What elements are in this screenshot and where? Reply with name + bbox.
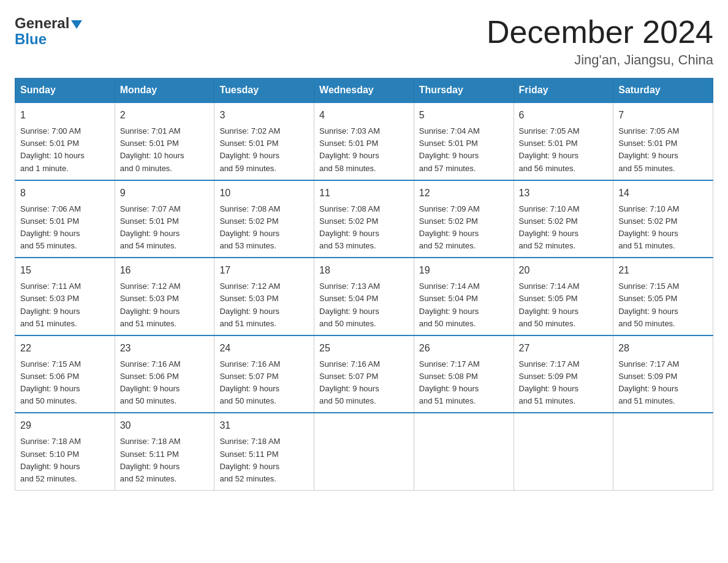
day-info: Sunrise: 7:15 AMSunset: 5:05 PMDaylight:… (618, 280, 708, 330)
calendar-cell: 9 Sunrise: 7:07 AMSunset: 5:01 PMDayligh… (115, 180, 214, 258)
calendar-cell: 10 Sunrise: 7:08 AMSunset: 5:02 PMDaylig… (214, 180, 314, 258)
day-number: 12 (419, 186, 509, 201)
logo-triangle-icon (71, 20, 82, 29)
day-number: 8 (20, 186, 110, 201)
day-number: 20 (519, 263, 609, 278)
calendar-cell (613, 413, 713, 490)
day-info: Sunrise: 7:08 AMSunset: 5:02 PMDaylight:… (219, 203, 309, 253)
day-number: 10 (219, 186, 309, 201)
day-number: 17 (219, 263, 309, 278)
day-info: Sunrise: 7:16 AMSunset: 5:07 PMDaylight:… (219, 358, 309, 408)
calendar-cell: 3 Sunrise: 7:02 AMSunset: 5:01 PMDayligh… (214, 102, 314, 180)
calendar-cell: 27 Sunrise: 7:17 AMSunset: 5:09 PMDaylig… (514, 335, 613, 413)
calendar-cell: 20 Sunrise: 7:14 AMSunset: 5:05 PMDaylig… (514, 258, 613, 335)
day-info: Sunrise: 7:05 AMSunset: 5:01 PMDaylight:… (618, 125, 708, 175)
day-number: 28 (618, 341, 708, 356)
calendar-cell: 31 Sunrise: 7:18 AMSunset: 5:11 PMDaylig… (214, 413, 314, 490)
calendar-cell: 21 Sunrise: 7:15 AMSunset: 5:05 PMDaylig… (613, 258, 713, 335)
day-info: Sunrise: 7:18 AMSunset: 5:11 PMDaylight:… (120, 435, 210, 485)
day-number: 6 (519, 108, 609, 123)
calendar-cell: 7 Sunrise: 7:05 AMSunset: 5:01 PMDayligh… (613, 102, 713, 180)
day-info: Sunrise: 7:18 AMSunset: 5:11 PMDaylight:… (219, 435, 309, 485)
calendar-cell: 1 Sunrise: 7:00 AMSunset: 5:01 PMDayligh… (15, 102, 115, 180)
calendar-cell: 6 Sunrise: 7:05 AMSunset: 5:01 PMDayligh… (514, 102, 613, 180)
calendar-cell: 18 Sunrise: 7:13 AMSunset: 5:04 PMDaylig… (314, 258, 414, 335)
day-info: Sunrise: 7:13 AMSunset: 5:04 PMDaylight:… (319, 280, 409, 330)
calendar-cell: 25 Sunrise: 7:16 AMSunset: 5:07 PMDaylig… (314, 335, 414, 413)
calendar-cell: 26 Sunrise: 7:17 AMSunset: 5:08 PMDaylig… (414, 335, 514, 413)
calendar-cell: 28 Sunrise: 7:17 AMSunset: 5:09 PMDaylig… (613, 335, 713, 413)
calendar-cell: 15 Sunrise: 7:11 AMSunset: 5:03 PMDaylig… (15, 258, 115, 335)
day-info: Sunrise: 7:09 AMSunset: 5:02 PMDaylight:… (419, 203, 509, 253)
week-row-1: 1 Sunrise: 7:00 AMSunset: 5:01 PMDayligh… (15, 102, 713, 180)
page-header: General Blue December 2024 Jing'an, Jian… (15, 15, 713, 68)
calendar-cell: 5 Sunrise: 7:04 AMSunset: 5:01 PMDayligh… (414, 102, 514, 180)
day-number: 14 (618, 186, 708, 201)
col-saturday: Saturday (613, 79, 713, 103)
day-number: 29 (20, 418, 110, 433)
day-info: Sunrise: 7:17 AMSunset: 5:08 PMDaylight:… (419, 358, 509, 408)
calendar-cell: 2 Sunrise: 7:01 AMSunset: 5:01 PMDayligh… (115, 102, 214, 180)
day-info: Sunrise: 7:10 AMSunset: 5:02 PMDaylight:… (618, 203, 708, 253)
week-row-2: 8 Sunrise: 7:06 AMSunset: 5:01 PMDayligh… (15, 180, 713, 258)
day-number: 18 (319, 263, 409, 278)
day-info: Sunrise: 7:02 AMSunset: 5:01 PMDaylight:… (219, 125, 309, 175)
calendar-cell (314, 413, 414, 490)
day-number: 30 (120, 418, 210, 433)
day-info: Sunrise: 7:03 AMSunset: 5:01 PMDaylight:… (319, 125, 409, 175)
day-info: Sunrise: 7:16 AMSunset: 5:06 PMDaylight:… (120, 358, 210, 408)
calendar-cell: 11 Sunrise: 7:08 AMSunset: 5:02 PMDaylig… (314, 180, 414, 258)
logo-general-text: General (15, 15, 69, 32)
day-info: Sunrise: 7:12 AMSunset: 5:03 PMDaylight:… (219, 280, 309, 330)
calendar-cell: 22 Sunrise: 7:15 AMSunset: 5:06 PMDaylig… (15, 335, 115, 413)
col-monday: Monday (115, 79, 214, 103)
calendar-cell: 12 Sunrise: 7:09 AMSunset: 5:02 PMDaylig… (414, 180, 514, 258)
day-info: Sunrise: 7:11 AMSunset: 5:03 PMDaylight:… (20, 280, 110, 330)
day-info: Sunrise: 7:14 AMSunset: 5:04 PMDaylight:… (419, 280, 509, 330)
calendar-cell: 14 Sunrise: 7:10 AMSunset: 5:02 PMDaylig… (613, 180, 713, 258)
calendar-cell (514, 413, 613, 490)
col-sunday: Sunday (15, 79, 115, 103)
day-info: Sunrise: 7:12 AMSunset: 5:03 PMDaylight:… (120, 280, 210, 330)
day-number: 5 (419, 108, 509, 123)
week-row-5: 29 Sunrise: 7:18 AMSunset: 5:10 PMDaylig… (15, 413, 713, 490)
day-info: Sunrise: 7:04 AMSunset: 5:01 PMDaylight:… (419, 125, 509, 175)
calendar-header-row: Sunday Monday Tuesday Wednesday Thursday… (15, 79, 713, 103)
week-row-3: 15 Sunrise: 7:11 AMSunset: 5:03 PMDaylig… (15, 258, 713, 335)
logo-blue-text: Blue (15, 32, 47, 47)
day-info: Sunrise: 7:10 AMSunset: 5:02 PMDaylight:… (519, 203, 609, 253)
day-number: 3 (219, 108, 309, 123)
day-number: 4 (319, 108, 409, 123)
day-number: 22 (20, 341, 110, 356)
day-info: Sunrise: 7:00 AMSunset: 5:01 PMDaylight:… (20, 125, 110, 175)
day-number: 11 (319, 186, 409, 201)
logo: General Blue (15, 15, 82, 47)
day-number: 27 (519, 341, 609, 356)
day-info: Sunrise: 7:08 AMSunset: 5:02 PMDaylight:… (319, 203, 409, 253)
calendar-cell: 29 Sunrise: 7:18 AMSunset: 5:10 PMDaylig… (15, 413, 115, 490)
day-info: Sunrise: 7:16 AMSunset: 5:07 PMDaylight:… (319, 358, 409, 408)
calendar-cell: 16 Sunrise: 7:12 AMSunset: 5:03 PMDaylig… (115, 258, 214, 335)
day-number: 19 (419, 263, 509, 278)
day-info: Sunrise: 7:05 AMSunset: 5:01 PMDaylight:… (519, 125, 609, 175)
day-number: 16 (120, 263, 210, 278)
calendar-cell: 4 Sunrise: 7:03 AMSunset: 5:01 PMDayligh… (314, 102, 414, 180)
day-number: 15 (20, 263, 110, 278)
day-number: 21 (618, 263, 708, 278)
day-number: 26 (419, 341, 509, 356)
col-wednesday: Wednesday (314, 79, 414, 103)
calendar-cell: 23 Sunrise: 7:16 AMSunset: 5:06 PMDaylig… (115, 335, 214, 413)
day-info: Sunrise: 7:18 AMSunset: 5:10 PMDaylight:… (20, 435, 110, 485)
day-info: Sunrise: 7:07 AMSunset: 5:01 PMDaylight:… (120, 203, 210, 253)
calendar-cell: 24 Sunrise: 7:16 AMSunset: 5:07 PMDaylig… (214, 335, 314, 413)
day-info: Sunrise: 7:06 AMSunset: 5:01 PMDaylight:… (20, 203, 110, 253)
day-number: 23 (120, 341, 210, 356)
calendar-cell: 17 Sunrise: 7:12 AMSunset: 5:03 PMDaylig… (214, 258, 314, 335)
day-number: 7 (618, 108, 708, 123)
calendar-cell: 30 Sunrise: 7:18 AMSunset: 5:11 PMDaylig… (115, 413, 214, 490)
day-info: Sunrise: 7:15 AMSunset: 5:06 PMDaylight:… (20, 358, 110, 408)
day-info: Sunrise: 7:14 AMSunset: 5:05 PMDaylight:… (519, 280, 609, 330)
calendar-cell: 19 Sunrise: 7:14 AMSunset: 5:04 PMDaylig… (414, 258, 514, 335)
title-block: December 2024 Jing'an, Jiangsu, China (487, 15, 713, 68)
col-thursday: Thursday (414, 79, 514, 103)
